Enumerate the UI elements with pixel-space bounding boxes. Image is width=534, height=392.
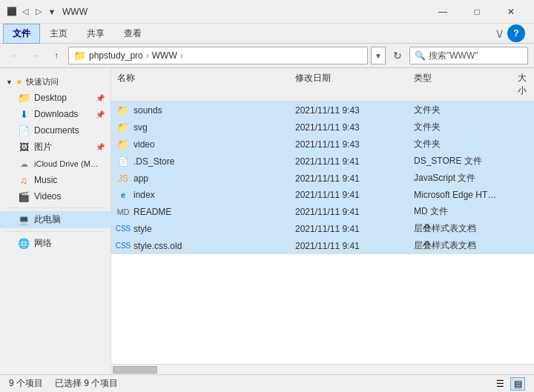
file-size-sounds: [512, 110, 534, 111]
ribbon-expand-icon[interactable]: ∨: [495, 25, 504, 41]
network-icon: 🌐: [18, 238, 30, 250]
sidebar: ▼ ★ 快速访问 📁 Desktop 📌 ⬇ Downloads 📌 📄 Doc…: [0, 68, 111, 374]
address-dropdown[interactable]: ▼: [371, 47, 386, 64]
file-name-index: index: [134, 190, 155, 200]
main-content: ▼ ★ 快速访问 📁 Desktop 📌 ⬇ Downloads 📌 📄 Doc…: [0, 68, 534, 374]
sidebar-item-desktop[interactable]: 📁 Desktop 📌: [0, 90, 111, 106]
file-name-style-old: style.css.old: [134, 241, 182, 251]
file-date-sounds: 2021/11/11 9:43: [289, 104, 408, 116]
file-icon-style-old: CSS: [117, 240, 129, 252]
documents-icon: 📄: [18, 124, 30, 136]
horizontal-scrollbar[interactable]: [111, 364, 534, 374]
file-size-svg: [512, 127, 534, 128]
breadcrumb-sep1: ›: [146, 50, 149, 61]
refresh-button[interactable]: ↻: [389, 47, 406, 64]
breadcrumb-part2: WWW: [152, 50, 177, 61]
file-list: 📁 sounds 2021/11/11 9:43 文件夹 📁 svg 2021/…: [111, 102, 534, 364]
file-name-svg: svg: [134, 122, 148, 133]
file-row-dsstore[interactable]: 📄 .DS_Store 2021/11/11 9:41 DS_STORE 文件: [111, 153, 534, 170]
sidebar-item-downloads[interactable]: ⬇ Downloads 📌: [0, 106, 111, 122]
sidebar-item-pictures[interactable]: 🖼 图片 📌: [0, 139, 111, 156]
sidebar-label-pictures: 图片: [34, 141, 52, 153]
col-header-size[interactable]: 大小: [512, 70, 534, 99]
file-row-style-old[interactable]: CSS style.css.old 2021/11/11 9:41 层叠样式表文…: [111, 237, 534, 254]
sidebar-divider2: [6, 231, 105, 232]
back-title-icon[interactable]: ◁: [19, 6, 31, 18]
file-type-video: 文件夹: [408, 137, 512, 151]
close-button[interactable]: ✕: [494, 0, 528, 24]
file-row-video[interactable]: 📁 video 2021/11/11 9:43 文件夹: [111, 136, 534, 153]
sidebar-item-network[interactable]: 🌐 网络: [0, 235, 111, 252]
address-bar: ← → ↑ 📁 phpstudy_pro › WWW › ▼ ↻ 🔍 搜索"WW…: [0, 44, 534, 68]
pin-icon-pictures: 📌: [96, 143, 105, 151]
col-header-date[interactable]: 修改日期: [289, 70, 408, 99]
view-detail-button[interactable]: ▤: [510, 377, 525, 391]
music-icon: ♫: [18, 174, 30, 186]
file-type-style-old: 层叠样式表文档: [408, 239, 512, 253]
up-button[interactable]: ↑: [47, 47, 65, 64]
downloads-icon: ⬇: [18, 108, 30, 120]
file-icon-readme: MD: [117, 206, 129, 218]
title-bar-left: ⬛ ◁ ▷ ▼ WWW: [6, 6, 88, 18]
file-date-readme: 2021/11/11 9:41: [289, 206, 408, 218]
sidebar-item-icloud[interactable]: ☁ iCloud Drive (M…: [0, 156, 111, 172]
file-row-style[interactable]: CSS style 2021/11/11 9:41 层叠样式表文档: [111, 220, 534, 237]
sidebar-item-music[interactable]: ♫ Music: [0, 172, 111, 188]
sidebar-label-documents: Documents: [34, 125, 79, 136]
back-button[interactable]: ←: [6, 47, 24, 64]
sidebar-label-downloads: Downloads: [34, 109, 78, 119]
sidebar-item-documents[interactable]: 📄 Documents: [0, 122, 111, 139]
file-size-readme: [512, 211, 534, 213]
file-row-readme[interactable]: MD README 2021/11/11 9:41 MD 文件: [111, 203, 534, 220]
file-row-index[interactable]: e index 2021/11/11 9:41 Microsoft Edge H…: [111, 187, 534, 203]
tab-file[interactable]: 文件: [3, 24, 40, 44]
quick-access-header[interactable]: ▼ ★ 快速访问: [0, 74, 111, 90]
tab-view[interactable]: 查看: [114, 24, 151, 43]
file-size-style: [512, 228, 534, 230]
pin-icon-desktop: 📌: [96, 94, 105, 102]
quick-access-arrow: ▼: [6, 79, 13, 86]
scrollbar-thumb[interactable]: [113, 366, 157, 373]
minimize-button[interactable]: —: [426, 0, 460, 24]
dropdown-title-icon[interactable]: ▼: [46, 6, 58, 18]
sidebar-item-this-pc[interactable]: 💻 此电脑: [0, 211, 111, 228]
file-date-app: 2021/11/11 9:41: [289, 173, 408, 185]
file-name-style: style: [134, 224, 152, 234]
icloud-icon: ☁: [18, 158, 30, 170]
status-bar: 9 个项目 已选择 9 个项目 ☰ ▤: [0, 374, 534, 392]
sidebar-item-videos[interactable]: 🎬 Videos: [0, 188, 111, 205]
col-header-type[interactable]: 类型: [408, 70, 512, 99]
file-icon-dsstore: 📄: [117, 156, 129, 167]
file-icon-style: CSS: [117, 223, 129, 235]
search-placeholder: 搜索"WWW": [429, 50, 478, 62]
sidebar-label-this-pc: 此电脑: [34, 213, 61, 226]
file-name-video: video: [134, 139, 155, 150]
file-name-app: app: [134, 173, 148, 184]
search-box[interactable]: 🔍 搜索"WWW": [409, 47, 528, 64]
file-date-index: 2021/11/11 9:41: [289, 189, 408, 201]
tab-share[interactable]: 共享: [77, 24, 114, 43]
forward-button[interactable]: →: [27, 47, 44, 64]
file-icon-sounds: 📁: [117, 104, 129, 116]
file-type-readme: MD 文件: [408, 205, 512, 219]
file-row-svg[interactable]: 📁 svg 2021/11/11 9:43 文件夹: [111, 119, 534, 136]
sidebar-divider1: [6, 207, 105, 208]
file-header: 名称 修改日期 类型 大小: [111, 68, 534, 102]
address-input[interactable]: 📁 phpstudy_pro › WWW ›: [68, 47, 368, 64]
file-size-style-old: [512, 245, 534, 247]
file-type-svg: 文件夹: [408, 120, 512, 134]
window-title: WWW: [62, 7, 88, 17]
file-name-dsstore: .DS_Store: [134, 156, 174, 167]
help-button[interactable]: ?: [507, 24, 525, 42]
file-type-index: Microsoft Edge HT…: [408, 189, 512, 201]
file-row-app[interactable]: JS app 2021/11/11 9:41 JavaScript 文件: [111, 170, 534, 187]
file-icon-app: JS: [117, 173, 129, 185]
view-list-button[interactable]: ☰: [492, 377, 507, 391]
tab-home[interactable]: 主页: [40, 24, 77, 43]
file-type-style: 层叠样式表文档: [408, 222, 512, 236]
file-type-app: JavaScript 文件: [408, 171, 512, 185]
forward-title-icon[interactable]: ▷: [33, 6, 44, 18]
file-row-sounds[interactable]: 📁 sounds 2021/11/11 9:43 文件夹: [111, 102, 534, 119]
maximize-button[interactable]: □: [460, 0, 494, 24]
col-header-name[interactable]: 名称: [111, 70, 289, 99]
